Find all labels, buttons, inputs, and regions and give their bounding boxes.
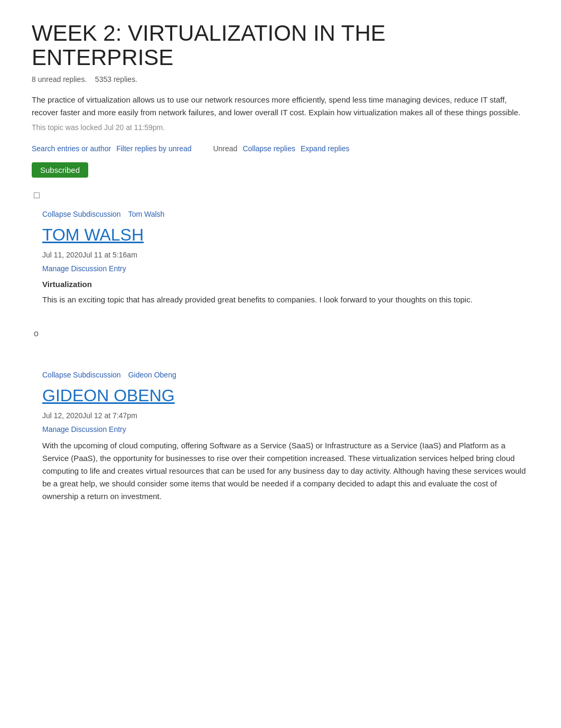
locked-note: This topic was locked Jul 20 at 11:59pm. bbox=[32, 122, 529, 133]
collapse-replies-link[interactable]: Collapse replies bbox=[242, 143, 295, 154]
author-link-2[interactable]: Gideon Obeng bbox=[128, 370, 176, 381]
search-entries-link[interactable]: Search entries or author bbox=[32, 143, 111, 154]
discussion-entry-1: Collapse Subdiscussion Tom Walsh TOM WAL… bbox=[32, 209, 529, 307]
reply-stats: 8 unread replies. 5353 replies. bbox=[32, 74, 529, 85]
reply-icon-1: o bbox=[34, 329, 39, 338]
entry-meta-top-2: Collapse Subdiscussion Gideon Obeng bbox=[42, 370, 529, 381]
unread-label: Unread bbox=[213, 143, 237, 154]
collapse-subdiscussion-1[interactable]: Collapse Subdiscussion bbox=[42, 209, 121, 220]
page-title: WEEK 2: VIRTUALIZATION IN THE ENTERPRISE bbox=[32, 21, 529, 70]
toolbar: Search entries or author Filter replies … bbox=[32, 143, 529, 155]
total-replies: 5353 replies. bbox=[95, 75, 137, 84]
subscribe-area: Subscribed bbox=[32, 160, 529, 180]
entry-date-2: Jul 12, 2020Jul 12 at 7:47pm bbox=[42, 410, 529, 421]
author-link-1[interactable]: Tom Walsh bbox=[128, 209, 165, 220]
subscribed-button[interactable]: Subscribed bbox=[32, 162, 88, 178]
thread-icon-1: □ bbox=[34, 188, 40, 202]
entry-date-1: Jul 11, 2020Jul 11 at 5:16am bbox=[42, 250, 529, 261]
entry-body-1: This is an exciting topic that has alrea… bbox=[42, 293, 529, 306]
unread-replies: 8 unread replies. bbox=[32, 75, 87, 84]
manage-entry-1[interactable]: Manage Discussion Entry bbox=[42, 263, 126, 274]
entry-body-2: With the upcoming of cloud computing, of… bbox=[42, 439, 529, 503]
filter-unread-link[interactable]: Filter replies by unread bbox=[116, 143, 191, 154]
author-name-large-2[interactable]: GIDEON OBENG bbox=[42, 383, 529, 408]
manage-entry-2[interactable]: Manage Discussion Entry bbox=[42, 424, 126, 435]
topic-description: The practice of virtualization allows us… bbox=[32, 94, 529, 119]
entry-meta-top-1: Collapse Subdiscussion Tom Walsh bbox=[42, 209, 529, 220]
expand-replies-link[interactable]: Expand replies bbox=[301, 143, 350, 154]
collapse-subdiscussion-2[interactable]: Collapse Subdiscussion bbox=[42, 370, 121, 381]
entry-subject-1: Virtualization bbox=[42, 279, 529, 291]
author-name-large-1[interactable]: TOM WALSH bbox=[42, 222, 529, 247]
discussion-entry-2: Collapse Subdiscussion Gideon Obeng GIDE… bbox=[32, 370, 529, 503]
